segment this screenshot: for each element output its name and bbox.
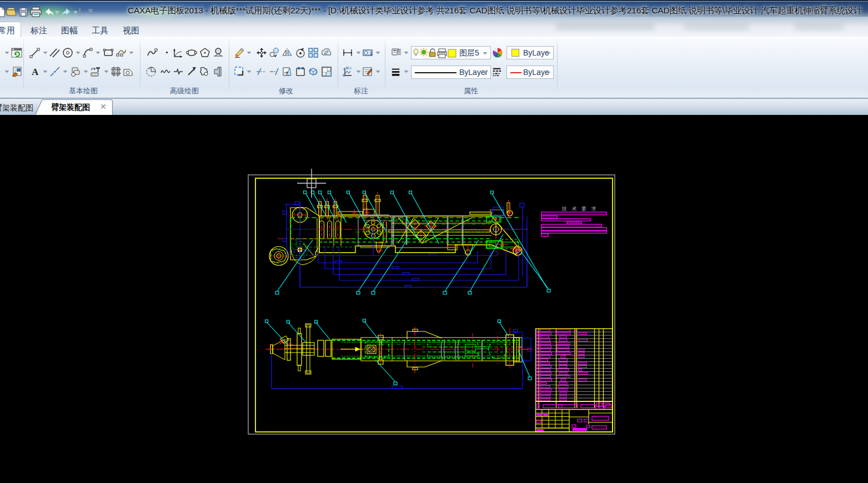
- svg-text:技 术 要 求: 技 术 要 求: [561, 206, 598, 212]
- svg-text:.1: .1: [368, 51, 373, 56]
- svg-text:A: A: [32, 67, 39, 77]
- svg-text:X: X: [349, 67, 352, 70]
- svg-text:Y: Y: [343, 68, 345, 71]
